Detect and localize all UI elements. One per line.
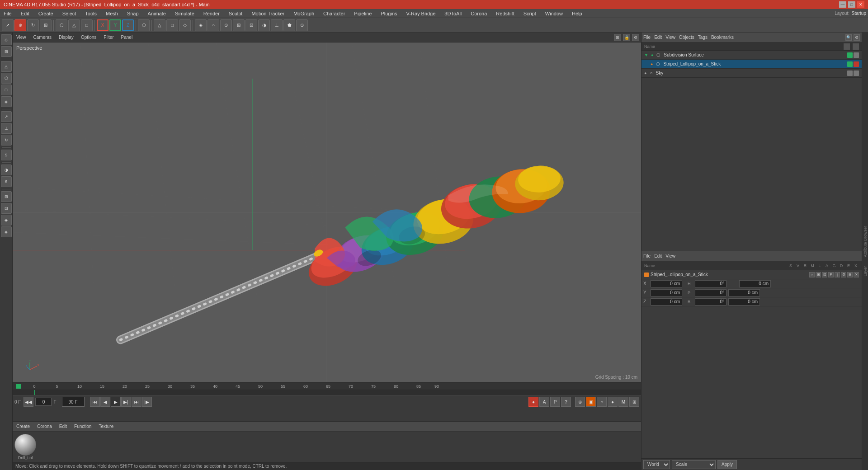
- maximize-button[interactable]: □: [848, 1, 855, 8]
- vp-menu-options[interactable]: Options: [79, 34, 98, 40]
- menu-sculpt[interactable]: Sculpt: [227, 10, 245, 17]
- obj-subdiv-vis2[interactable]: [854, 52, 859, 58]
- tool-scale[interactable]: ⊞: [40, 19, 52, 31]
- vp-menu-panel[interactable]: Panel: [119, 34, 135, 40]
- coord-y-size-val[interactable]: [728, 289, 760, 296]
- record-button[interactable]: ●: [528, 397, 538, 407]
- tool-move[interactable]: ↗: [2, 19, 14, 31]
- obj-sky-vis1[interactable]: [847, 70, 853, 76]
- menu-tools[interactable]: Tools: [83, 10, 99, 17]
- transport-play[interactable]: ▶: [111, 397, 121, 407]
- attr-icon2[interactable]: ⊞: [816, 272, 821, 277]
- tool-select[interactable]: ⊕: [14, 19, 26, 31]
- mat-menu-texture[interactable]: Texture: [97, 423, 115, 429]
- obj-menu-view[interactable]: View: [665, 35, 675, 40]
- key-grid[interactable]: ⊞: [629, 397, 639, 407]
- vp-menu-display[interactable]: Display: [57, 34, 75, 40]
- tool-misc2[interactable]: ⊙: [296, 19, 308, 31]
- menu-pipeline[interactable]: Pipeline: [352, 10, 373, 17]
- obj-item-subdivision[interactable]: ▼ ● ⬡ Subdivision Surface: [642, 51, 862, 60]
- menu-simulate[interactable]: Simulate: [173, 10, 196, 17]
- transport-next-frame[interactable]: ▶|: [121, 397, 131, 407]
- tool-edge[interactable]: □: [166, 19, 178, 31]
- tool-polygon[interactable]: △: [154, 19, 165, 31]
- coord-x-pos[interactable]: [651, 280, 682, 287]
- tool-point[interactable]: ◇: [179, 19, 191, 31]
- tool-generator[interactable]: ⊡: [245, 19, 257, 31]
- vp-settings[interactable]: ⚙: [632, 34, 639, 41]
- tool-render-view[interactable]: △: [68, 19, 80, 31]
- key-rec2[interactable]: ●: [608, 397, 618, 407]
- menu-animate[interactable]: Animate: [146, 10, 168, 17]
- tool-render[interactable]: ⬡: [56, 19, 67, 31]
- obj-subdiv-vis1[interactable]: [847, 52, 853, 58]
- frame-range-input[interactable]: [62, 397, 85, 407]
- menu-character[interactable]: Character: [321, 10, 347, 17]
- axis-z-button[interactable]: Z: [122, 19, 134, 31]
- attr-menu-edit[interactable]: Edit: [654, 254, 662, 258]
- tool-obj1[interactable]: ⬡: [138, 19, 150, 31]
- menu-help[interactable]: Help: [570, 10, 584, 17]
- obj-menu-file[interactable]: File: [643, 35, 651, 40]
- lt-points[interactable]: △: [1, 61, 12, 72]
- obj-subdiv-expand[interactable]: ▼: [644, 53, 648, 57]
- tool-nurbs[interactable]: ⊥: [271, 19, 283, 31]
- coord-z-size-val[interactable]: [728, 298, 760, 306]
- obj-sky-vis2[interactable]: [854, 70, 859, 76]
- coord-x-size-val[interactable]: [739, 280, 771, 287]
- obj-lollipop-vis2[interactable]: [854, 61, 859, 67]
- lt-rotate[interactable]: ↻: [1, 135, 12, 146]
- menu-edit[interactable]: Edit: [19, 10, 31, 17]
- attr-icon5[interactable]: |: [835, 272, 840, 277]
- mat-menu-function[interactable]: Function: [72, 423, 93, 429]
- attr-menu-view[interactable]: View: [665, 254, 675, 258]
- attr-icon3[interactable]: ⊡: [822, 272, 827, 277]
- close-button[interactable]: ✕: [857, 1, 864, 8]
- tool-rotate[interactable]: ↻: [27, 19, 39, 31]
- scale-dropdown[interactable]: Scale Absolute Scale: [672, 460, 716, 469]
- lt-solid[interactable]: ⊡: [1, 203, 12, 214]
- key-question[interactable]: ?: [561, 397, 571, 407]
- tool-material[interactable]: ◈: [195, 19, 207, 31]
- menu-corona[interactable]: Corona: [469, 10, 489, 17]
- coord-z-b-val[interactable]: [695, 298, 726, 306]
- attr-menu-file[interactable]: File: [643, 254, 651, 258]
- menu-redshift[interactable]: Redshift: [494, 10, 516, 17]
- material-item-drill[interactable]: Drill_Lol: [14, 434, 36, 460]
- auto-key-button[interactable]: A: [539, 397, 549, 407]
- key-motion[interactable]: M: [618, 397, 628, 407]
- vp-lock[interactable]: 🔒: [623, 34, 630, 41]
- attr-icon1[interactable]: ○: [809, 272, 815, 277]
- menu-3dtoall[interactable]: 3DToAll: [443, 10, 463, 17]
- vp-menu-view[interactable]: View: [14, 34, 28, 40]
- tool-misc1[interactable]: ⬟: [283, 19, 295, 31]
- mat-menu-corona[interactable]: Corona: [35, 423, 54, 429]
- attr-icon4[interactable]: P: [828, 272, 834, 277]
- key-circle[interactable]: ○: [597, 397, 607, 407]
- key-pos[interactable]: P: [550, 397, 560, 407]
- menu-select[interactable]: Select: [61, 10, 78, 17]
- key-add[interactable]: ⊕: [575, 397, 585, 407]
- lt-model-mode[interactable]: ◇: [1, 34, 12, 45]
- lt-grid[interactable]: ⊞: [1, 191, 12, 202]
- obj-search-icon[interactable]: 🔍: [845, 34, 852, 41]
- timeline-ruler[interactable]: [13, 390, 641, 395]
- menu-file[interactable]: File: [2, 10, 14, 17]
- transport-next-key[interactable]: ⏭: [132, 397, 142, 407]
- axis-x-button[interactable]: X: [97, 19, 108, 31]
- lt-wire[interactable]: ◈: [1, 215, 12, 226]
- obj-item-sky[interactable]: ● ○ Sky: [642, 69, 862, 78]
- lt-uvw[interactable]: ◈: [1, 96, 12, 107]
- coord-y-pos[interactable]: [651, 289, 682, 296]
- obj-menu-objects[interactable]: Objects: [679, 35, 694, 40]
- minimize-button[interactable]: —: [839, 1, 846, 8]
- axis-y-button[interactable]: Y: [109, 19, 121, 31]
- tool-deformer[interactable]: ⊞: [233, 19, 245, 31]
- menu-motiont[interactable]: Motion Tracker: [250, 10, 286, 17]
- menu-mesh[interactable]: Mesh: [104, 10, 120, 17]
- mat-menu-edit[interactable]: Edit: [57, 423, 69, 429]
- lt-s-tool[interactable]: S: [1, 150, 12, 160]
- menu-mograph[interactable]: MoGraph: [292, 10, 316, 17]
- lt-brush2[interactable]: ⊻: [1, 176, 12, 187]
- world-dropdown[interactable]: World Object: [643, 460, 670, 469]
